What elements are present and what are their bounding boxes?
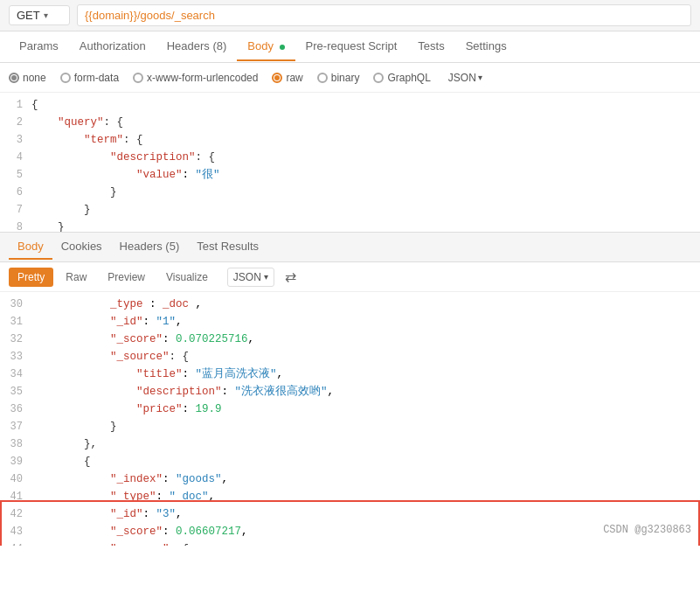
code-line-8: 8 }: [0, 219, 700, 233]
resp-line-43: 43 "_score": 0.06607217,: [0, 523, 700, 540]
resp-line-34: 34 "title": "蓝月高洗衣液",: [0, 366, 700, 383]
radio-formdata-icon: [60, 73, 71, 83]
resp-tab-body[interactable]: Body: [9, 234, 52, 260]
tab-headers[interactable]: Headers (8): [156, 32, 238, 61]
code-line-6: 6 }: [0, 184, 700, 201]
request-body-editor[interactable]: 1 { 2 "query": { 3 "term": { 4 "descript…: [0, 93, 700, 233]
resp-line-37: 37 }: [0, 418, 700, 435]
pretty-tab-visualize[interactable]: Visualize: [157, 268, 217, 287]
json-format-select[interactable]: JSON ▾: [448, 72, 482, 84]
radio-urlencoded-icon: [133, 73, 143, 83]
url-bar: GET ▾: [0, 0, 700, 31]
tab-body[interactable]: Body: [237, 32, 295, 61]
resp-line-31: 31 "_id": "1",: [0, 313, 700, 331]
resp-tab-test-results[interactable]: Test Results: [188, 234, 267, 260]
resp-line-39: 39 {: [0, 453, 700, 470]
body-type-bar: none form-data x-www-form-urlencoded raw…: [0, 63, 700, 93]
pretty-tabs: Pretty Raw Preview Visualize JSON ▾ ⇄: [0, 262, 700, 292]
body-type-urlencoded[interactable]: x-www-form-urlencoded: [133, 72, 258, 84]
response-format-select[interactable]: JSON ▾: [227, 268, 274, 287]
code-line-1: 1 {: [0, 96, 700, 114]
response-tabs: Body Cookies Headers (5) Test Results: [0, 233, 700, 262]
url-input[interactable]: [77, 4, 691, 26]
body-type-raw[interactable]: raw: [272, 72, 302, 84]
body-dot-icon: [280, 45, 285, 50]
body-type-form-data[interactable]: form-data: [60, 72, 119, 84]
resp-line-40: 40 "_index": "goods",: [0, 470, 700, 488]
method-chevron-icon: ▾: [44, 10, 48, 20]
watermark: CSDN @g3230863: [603, 521, 691, 539]
tab-params[interactable]: Params: [9, 32, 69, 61]
code-line-2: 2 "query": {: [0, 114, 700, 131]
resp-line-41: 41 "_type": "_doc",: [0, 488, 700, 505]
code-line-4: 4 "description": {: [0, 149, 700, 166]
radio-graphql-icon: [373, 73, 384, 83]
code-line-7: 7 }: [0, 201, 700, 219]
resp-tab-headers[interactable]: Headers (5): [111, 234, 189, 260]
method-label: GET: [17, 9, 40, 22]
method-select[interactable]: GET ▾: [9, 5, 70, 25]
response-body: 30 _type : _doc , 31 "_id": "1", 32 "_sc…: [0, 292, 700, 546]
body-type-none[interactable]: none: [9, 72, 46, 84]
response-format-chevron-icon: ▾: [264, 272, 268, 282]
tab-authorization[interactable]: Authorization: [69, 32, 156, 61]
tab-settings[interactable]: Settings: [455, 32, 517, 61]
code-line-5: 5 "value": "很": [0, 166, 700, 184]
resp-tab-cookies[interactable]: Cookies: [52, 234, 111, 260]
tab-pre-request[interactable]: Pre-request Script: [295, 32, 408, 61]
radio-none-icon: [9, 73, 19, 83]
resp-line-32: 32 "_score": 0.070225716,: [0, 331, 700, 348]
resp-line-30: 30 _type : _doc ,: [0, 296, 700, 313]
wrap-text-icon[interactable]: ⇄: [285, 268, 296, 285]
radio-binary-icon: [317, 73, 328, 83]
pretty-tab-preview[interactable]: Preview: [99, 268, 154, 287]
request-tabs: Params Authorization Headers (8) Body Pr…: [0, 31, 700, 63]
resp-line-36: 36 "price": 19.9: [0, 400, 700, 418]
resp-line-33: 33 "_source": {: [0, 348, 700, 366]
body-type-binary[interactable]: binary: [317, 72, 360, 84]
resp-line-35: 35 "description": "洗衣液很高效哟",: [0, 383, 700, 400]
resp-line-42: 42 "_id": "3",: [0, 505, 700, 523]
resp-line-44: 44 "_source": {: [0, 540, 700, 546]
code-line-3: 3 "term": {: [0, 131, 700, 149]
tab-tests[interactable]: Tests: [407, 32, 454, 61]
pretty-tab-raw[interactable]: Raw: [57, 268, 95, 287]
body-type-graphql[interactable]: GraphQL: [373, 72, 430, 84]
resp-line-38: 38 },: [0, 435, 700, 453]
radio-raw-icon: [272, 73, 282, 83]
json-format-chevron-icon: ▾: [478, 73, 482, 82]
pretty-tab-pretty[interactable]: Pretty: [9, 268, 53, 287]
